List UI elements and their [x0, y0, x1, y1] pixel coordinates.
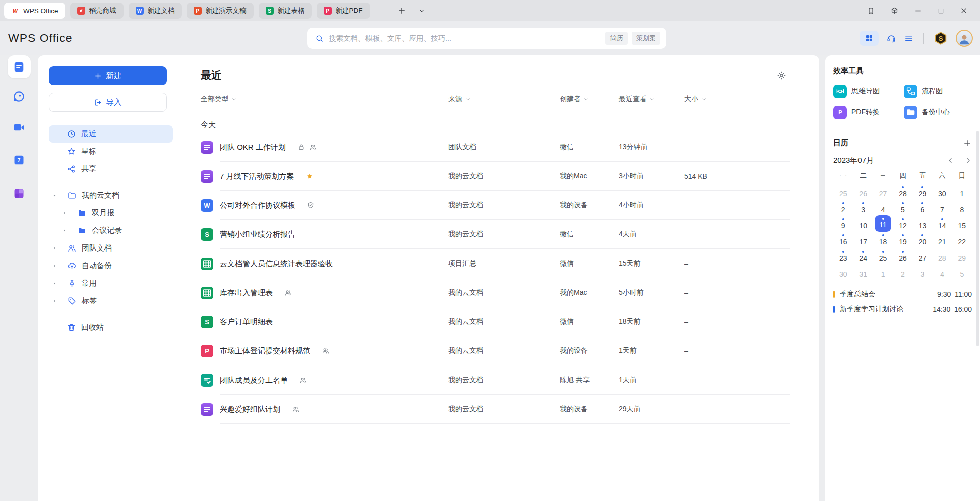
calendar-day[interactable]: 28 [932, 246, 952, 263]
search-tag-resume[interactable]: 简历 [605, 32, 628, 45]
tab-new-spreadsheet[interactable]: S新建表格 [259, 3, 312, 19]
tab-list-chevron-button[interactable] [418, 7, 425, 14]
calendar-day[interactable]: 7 [932, 198, 952, 214]
sidebar-item-recycle-bin[interactable]: 回收站 [49, 319, 173, 336]
filter-creator[interactable]: 创建者 [560, 95, 619, 104]
calendar-day[interactable]: 15 [952, 214, 972, 230]
calendar-day[interactable]: 25 [873, 246, 893, 263]
calendar-day[interactable]: 8 [952, 198, 972, 214]
sidebar-item-meeting-notes[interactable]: 会议记录 [49, 222, 178, 239]
phone-link-icon[interactable] [867, 7, 875, 15]
calendar-day[interactable]: 26 [893, 246, 912, 263]
calendar-day[interactable]: 5 [952, 263, 972, 279]
search-tag-plan[interactable]: 策划案 [632, 32, 660, 45]
file-row[interactable]: S营销小组业绩分析报告我的云文档微信4天前– [201, 220, 790, 249]
calendar-day[interactable]: 2 [893, 263, 912, 279]
calendar-day[interactable]: 10 [853, 214, 873, 230]
rail-item-apps[interactable] [8, 182, 31, 205]
tool-backup-center[interactable]: 备份中心 [904, 104, 972, 121]
calendar-day[interactable]: 31 [853, 263, 873, 279]
calendar-day[interactable]: 30 [833, 263, 853, 279]
sidebar-item-frequent[interactable]: 常用 [49, 275, 178, 292]
caret-right-icon[interactable] [60, 210, 68, 216]
caret-right-icon[interactable] [50, 281, 58, 286]
calendar-day[interactable]: 3 [853, 198, 873, 214]
apps-grid-button[interactable] [860, 31, 879, 46]
rail-item-messages[interactable] [8, 85, 31, 108]
calendar-day[interactable]: 17 [853, 230, 873, 246]
filter-source[interactable]: 来源 [448, 95, 560, 104]
file-row[interactable]: W公司对外合作协议模板我的云文档我的设备4小时前– [201, 191, 790, 220]
filter-all-types[interactable]: 全部类型 [201, 95, 448, 104]
panel-scrollbar[interactable] [976, 131, 979, 346]
filter-last-viewed[interactable]: 最近查看 [619, 95, 684, 104]
file-row[interactable]: 云文档管人员信息统计表理器验收项目汇总微信15天前– [201, 249, 790, 278]
caret-right-icon[interactable] [60, 228, 68, 233]
calendar-day[interactable]: 4 [873, 198, 893, 214]
import-button[interactable]: 导入 [49, 93, 167, 112]
list-settings-gear-button[interactable] [777, 71, 786, 80]
caret-down-icon[interactable] [50, 193, 58, 198]
sidebar-item-team-docs[interactable]: 团队文档 [49, 239, 178, 257]
calendar-day[interactable]: 1 [873, 263, 893, 279]
calendar-day[interactable]: 19 [893, 230, 912, 246]
calendar-event[interactable]: 季度总结会9:30–11:00 [833, 287, 972, 302]
main-menu-button[interactable] [904, 33, 914, 43]
search-input[interactable] [328, 34, 601, 43]
calendar-day[interactable]: 11 [873, 214, 893, 230]
close-button[interactable] [960, 7, 968, 15]
calendar-next-button[interactable] [964, 157, 972, 164]
calendar-day[interactable]: 28 [893, 182, 912, 198]
calendar-prev-button[interactable] [947, 157, 954, 164]
svip-badge[interactable]: S [933, 31, 948, 46]
calendar-day[interactable]: 27 [873, 182, 893, 198]
file-row[interactable]: 团队成员及分工名单我的云文档陈旭 共享1天前– [201, 365, 790, 395]
sidebar-item-auto-backup[interactable]: 自动备份 [49, 257, 178, 275]
tool-pdf-convert[interactable]: PPDF转换 [833, 104, 902, 121]
calendar-day[interactable]: 29 [952, 246, 972, 263]
calendar-day[interactable]: 4 [932, 263, 952, 279]
calendar-day[interactable]: 24 [853, 246, 873, 263]
calendar-event[interactable]: 新季度学习计划讨论14:30–16:00 [833, 302, 972, 317]
tab-wps-office[interactable]: WWPS Office [4, 3, 65, 19]
calendar-day[interactable]: 9 [833, 214, 853, 230]
caret-right-icon[interactable] [50, 298, 58, 304]
calendar-day[interactable]: 20 [913, 230, 932, 246]
tab-new-document[interactable]: W新建文档 [129, 3, 182, 19]
tool-mindmap[interactable]: 思维导图 [833, 83, 902, 100]
sidebar-item-my-cloud-docs[interactable]: 我的云文档 [49, 187, 178, 204]
workspace-cube-icon[interactable] [890, 7, 899, 15]
minimize-button[interactable] [914, 7, 922, 15]
file-row[interactable]: 兴趣爱好组队计划我的云文档我的设备29天前– [201, 395, 790, 424]
calendar-day[interactable]: 25 [833, 182, 853, 198]
calendar-day[interactable]: 22 [952, 230, 972, 246]
calendar-day[interactable]: 14 [932, 214, 952, 230]
sidebar-item-shared[interactable]: 共享 [49, 160, 173, 178]
file-row[interactable]: 库存出入管理表我的云文档我的Mac5小时前– [201, 278, 790, 307]
calendar-day[interactable]: 1 [952, 182, 972, 198]
add-tab-button[interactable] [397, 6, 406, 15]
calendar-day[interactable]: 5 [893, 198, 912, 214]
rail-item-meetings[interactable] [8, 115, 31, 139]
calendar-day[interactable]: 27 [913, 246, 932, 263]
calendar-day[interactable]: 26 [853, 182, 873, 198]
support-headset-button[interactable] [886, 33, 896, 43]
calendar-day[interactable]: 23 [833, 246, 853, 263]
search-bar[interactable]: 简历 策划案 [307, 28, 666, 49]
tool-flowchart[interactable]: 流程图 [904, 83, 972, 100]
add-event-button[interactable] [963, 139, 972, 148]
tab-docer-mall[interactable]: 稻壳商城 [70, 3, 124, 19]
filter-size[interactable]: 大小 [684, 95, 790, 104]
rail-item-documents[interactable] [8, 55, 31, 78]
maximize-button[interactable] [937, 7, 945, 15]
calendar-day[interactable]: 12 [893, 214, 912, 230]
tab-new-pdf[interactable]: P新建PDF [317, 3, 370, 19]
calendar-day[interactable]: 16 [833, 230, 853, 246]
new-document-button[interactable]: 新建 [49, 66, 167, 85]
calendar-day[interactable]: 29 [913, 182, 932, 198]
sidebar-item-recent[interactable]: 最近 [49, 125, 173, 143]
sidebar-item-tags[interactable]: 标签 [49, 292, 178, 310]
calendar-day[interactable]: 2 [833, 198, 853, 214]
calendar-day[interactable]: 21 [932, 230, 952, 246]
caret-right-icon[interactable] [50, 245, 58, 251]
